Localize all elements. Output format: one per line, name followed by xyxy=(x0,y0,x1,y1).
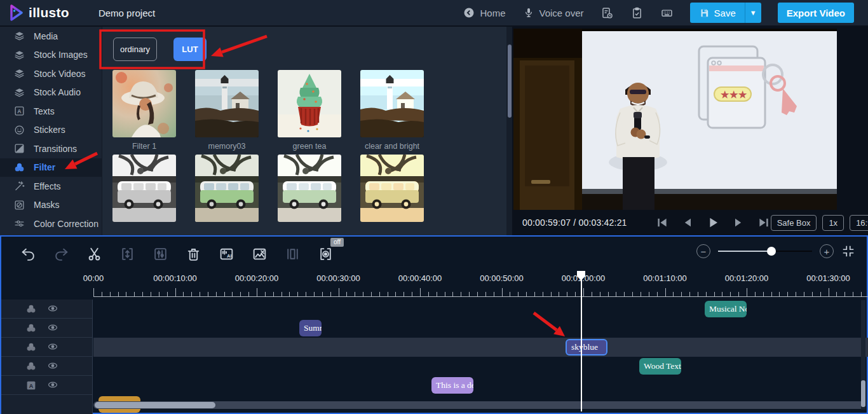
delete-tool[interactable] xyxy=(186,246,201,262)
off-badge: off xyxy=(330,238,344,247)
active-track-strip xyxy=(93,338,868,357)
marker-tool[interactable]: off xyxy=(318,246,334,262)
track-visibility-eye-icon[interactable] xyxy=(47,360,59,372)
zoom-in-button[interactable]: + xyxy=(820,244,834,258)
shortcuts-button[interactable] xyxy=(660,6,674,20)
playhead[interactable] xyxy=(581,271,582,411)
sticker-icon xyxy=(13,124,25,136)
cut-tool[interactable] xyxy=(86,246,102,262)
sidebar-item-stock-videos[interactable]: Stock Videos xyxy=(0,64,102,83)
track-visibility-eye-icon[interactable] xyxy=(47,341,59,353)
sidebar-item-effects[interactable]: Effects xyxy=(0,177,102,196)
lighthouse-thumbnail xyxy=(360,70,424,137)
clip-this-is-a-de[interactable]: This is a de xyxy=(431,377,473,394)
sidebar-item-color-correction[interactable]: Color Correction xyxy=(0,214,102,233)
filter-panel: ordinary LUT Filter 1memory03green teacl… xyxy=(102,27,506,235)
sidebar-item-stickers[interactable]: Stickers xyxy=(0,121,102,140)
aspect-ratio-button[interactable]: 16:9 xyxy=(850,215,868,231)
track-visibility-eye-icon[interactable] xyxy=(47,379,59,391)
save-button[interactable]: Save xyxy=(690,3,745,23)
sidebar-item-label: Media xyxy=(34,31,58,41)
skip-end-button[interactable] xyxy=(757,216,771,229)
voice-over-button[interactable]: Voice over xyxy=(522,6,584,19)
app-name: illusto xyxy=(29,5,69,20)
playback-controls: 00:00:59:07 / 00:03:42:21 Safe Box 1x xyxy=(512,210,868,235)
tasks-button[interactable] xyxy=(630,6,644,20)
sidebar-item-masks[interactable]: Masks xyxy=(0,196,102,215)
home-button[interactable]: Home xyxy=(463,6,505,19)
sidebar-item-transitions[interactable]: Transitions xyxy=(0,139,102,158)
track-visibility-eye-icon[interactable] xyxy=(47,303,59,315)
horizontal-scrollbar[interactable] xyxy=(93,401,865,409)
prev-frame-button[interactable] xyxy=(681,216,695,229)
zoom-slider-knob[interactable] xyxy=(767,247,776,256)
filter-name: memory03 xyxy=(195,137,259,151)
app-logo[interactable]: illusto xyxy=(0,4,81,21)
clip-wood-textu[interactable]: Wood Textu xyxy=(639,358,681,375)
clip-skyblue[interactable]: skyblue xyxy=(566,339,607,355)
mask-icon xyxy=(13,199,25,211)
filter-name: green tea xyxy=(278,137,341,151)
filter-card-bus-gray[interactable] xyxy=(112,155,195,222)
ruler-label: 00:00:10:00 xyxy=(153,273,197,283)
svg-text:★: ★ xyxy=(729,90,738,100)
save-options-caret[interactable]: ▼ xyxy=(745,3,761,23)
sidebar-item-stock-audio[interactable]: Stock Audio xyxy=(0,83,102,102)
vertical-scroll-thumb[interactable] xyxy=(861,380,865,407)
speed-button[interactable]: 1x xyxy=(822,215,844,231)
templates-button[interactable] xyxy=(600,6,614,20)
clipboard-check-icon xyxy=(630,6,644,20)
remove-image-tool[interactable] xyxy=(252,246,268,262)
sidebar-item-label: Effects xyxy=(34,181,61,191)
bus-thumbnail xyxy=(112,155,176,222)
sidebar-item-media[interactable]: Media xyxy=(0,27,102,46)
vertical-scrollbar[interactable] xyxy=(861,300,865,410)
sidebar-item-label: Stock Images xyxy=(34,50,88,60)
sidebar-item-stock-images[interactable]: Stock Images xyxy=(0,46,102,65)
clip-musical-no[interactable]: Musical No xyxy=(705,301,747,317)
filter-card-memory03[interactable]: memory03 xyxy=(195,70,278,151)
horizontal-scroll-thumb[interactable] xyxy=(95,402,215,408)
filter-card-bus-green[interactable] xyxy=(195,155,278,222)
tab-ordinary[interactable]: ordinary xyxy=(113,38,157,61)
zoom-out-button[interactable]: − xyxy=(696,244,710,258)
transition-icon xyxy=(13,142,25,155)
filter-card-green-tea[interactable]: green tea xyxy=(278,70,360,151)
expand-tool xyxy=(119,246,135,262)
safe-box-button[interactable]: Safe Box xyxy=(771,215,817,231)
text-icon: A xyxy=(13,105,25,117)
ai-voice-tool[interactable]: AI xyxy=(219,246,234,262)
track-header-3 xyxy=(1,338,92,357)
layers-icon xyxy=(13,49,25,61)
track-visibility-eye-icon[interactable] xyxy=(47,322,59,334)
layers-icon xyxy=(13,67,25,79)
export-video-button[interactable]: Export Video xyxy=(778,3,854,23)
filter-track-icon xyxy=(25,361,37,372)
filter-card-clear-and-bright[interactable]: clear and bright xyxy=(360,70,443,151)
logo-icon xyxy=(9,4,24,21)
caret-down-icon: ▼ xyxy=(750,9,757,17)
current-time: 00:00:59:07 xyxy=(522,217,571,228)
clip-summ[interactable]: Summ xyxy=(299,320,322,336)
timecode: 00:00:59:07 / 00:03:42:21 xyxy=(512,217,627,228)
tab-lut[interactable]: LUT xyxy=(173,38,207,61)
sidebar-item-texts[interactable]: ATexts xyxy=(0,102,102,121)
keyboard-icon xyxy=(660,6,674,20)
next-frame-button[interactable] xyxy=(731,216,745,229)
play-button[interactable] xyxy=(706,216,720,229)
panel-scrollbar[interactable] xyxy=(506,27,512,235)
filter-card-bus-sepia[interactable] xyxy=(360,155,443,222)
zoom-slider[interactable] xyxy=(718,250,812,252)
fit-timeline-button[interactable] xyxy=(841,244,855,258)
ruler-label: 00:00:20:00 xyxy=(235,273,279,283)
video-frame[interactable]: ★★★ xyxy=(513,29,837,210)
sliders-icon xyxy=(13,217,25,230)
template-clock-icon xyxy=(600,6,614,20)
undo-tool[interactable] xyxy=(20,246,36,262)
filter-card-bus-pale[interactable] xyxy=(278,155,360,222)
skip-start-button[interactable] xyxy=(655,216,669,229)
filter-card-filter-1[interactable]: Filter 1 xyxy=(112,70,195,151)
sidebar-item-filter[interactable]: Filter xyxy=(0,158,102,177)
video-content: ★★★ xyxy=(513,29,837,210)
timeline-ruler[interactable]: 00:0000:00:10:0000:00:20:0000:00:30:0000… xyxy=(1,273,867,286)
